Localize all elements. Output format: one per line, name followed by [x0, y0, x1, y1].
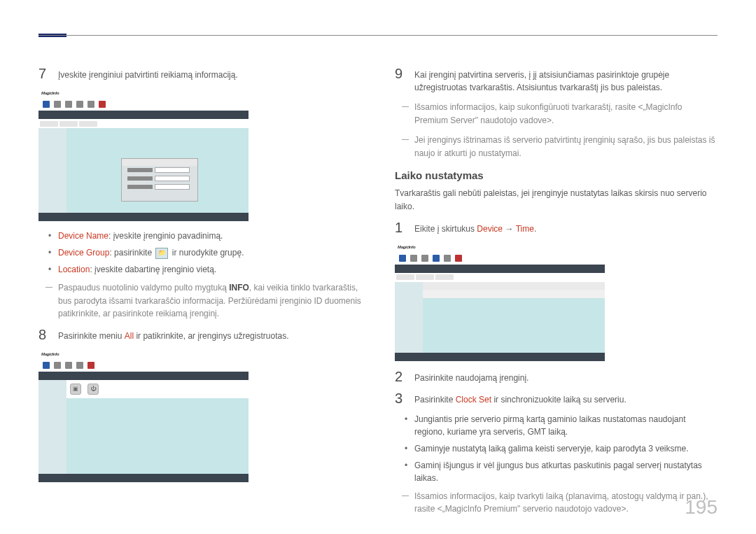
toolbar-icon	[399, 255, 406, 262]
step3-pre: Pasirinkite	[414, 395, 456, 405]
step-text: Pasirinkite Clock Set ir sinchronizuokit…	[414, 391, 718, 406]
step-7: 7 Įveskite įrenginiui patvirtinti reikia…	[38, 66, 361, 81]
sidebar	[395, 282, 423, 355]
step-number: 1	[395, 220, 406, 234]
sidebar	[38, 380, 66, 475]
bullet-location: Location: įveskite dabartinę įrenginio v…	[58, 263, 361, 276]
footer-bar	[38, 474, 248, 482]
app-logo: MagicInfo	[398, 245, 415, 249]
device-tile: ▣	[70, 384, 81, 395]
toolbar-icon	[76, 362, 83, 369]
small-button	[396, 274, 414, 280]
tabbar	[395, 265, 605, 273]
step-8: 8 Pasirinkite meniu All ir patikrinkite,…	[38, 328, 361, 342]
footer-bar	[38, 213, 248, 221]
section-intro: Tvarkaraštis gali nebūti paleistas, jei …	[395, 187, 718, 213]
step-text: Pasirinkite meniu All ir patikrinkite, a…	[58, 328, 361, 342]
screenshot-time-settings: MagicInfo	[395, 242, 605, 361]
power-icon: ⏻	[88, 384, 99, 395]
toolbar-icon	[433, 255, 440, 262]
section-title-time: Laiko nustatymas	[395, 169, 718, 181]
toolbar-icon	[455, 255, 462, 262]
app-logo: MagicInfo	[41, 352, 59, 356]
step-1: 1 Eikite į skirtukus Device → Time.	[395, 220, 718, 235]
step-number: 2	[395, 370, 406, 384]
toolbar-icon	[54, 362, 61, 369]
field-label: Location	[58, 265, 90, 274]
step-text: Pasirinkite naudojamą įrenginį.	[414, 370, 718, 384]
page-number: 195	[685, 496, 718, 519]
bullet-device-group: Device Group: pasirinkite 📁 ir nurodykit…	[58, 246, 361, 259]
clock-set: Clock Set	[456, 395, 491, 405]
toolbar-icon	[76, 101, 83, 108]
field-desc: : įveskite dabartinę įrenginio vietą.	[90, 265, 216, 274]
small-button	[79, 121, 97, 127]
main-panel	[66, 128, 248, 215]
step-number: 9	[395, 66, 406, 80]
small-button	[59, 121, 78, 127]
menu-all: All	[125, 331, 134, 341]
folder-icon: 📁	[155, 248, 168, 259]
screenshot-device-list: MagicInfo ▣ ⏻	[38, 349, 248, 482]
content-area	[66, 398, 248, 475]
note-pre: Paspaudus nuotolinio valdymo pulto mygtu…	[58, 283, 229, 293]
step3-post: ir sinchronizuokite laiką su serveriu.	[491, 395, 626, 405]
step-number: 3	[395, 391, 406, 405]
arrow: →	[503, 224, 516, 234]
toolbar-icon	[99, 101, 106, 108]
toolbar-icon	[444, 255, 451, 262]
toolbar-icon	[54, 101, 61, 108]
time-bullets: Jungiantis prie serverio pirmą kartą gam…	[395, 413, 718, 484]
screenshot-device-approve: MagicInfo	[38, 88, 248, 221]
toolbar-icon	[43, 101, 50, 108]
field-bullets: Device Name: įveskite įrenginio pavadini…	[38, 230, 361, 276]
step-number: 8	[38, 328, 50, 342]
field-label: Device Name	[58, 231, 108, 241]
horizontal-rule	[38, 35, 718, 36]
step-3: 3 Pasirinkite Clock Set ir sinchronizuok…	[395, 391, 718, 406]
field-desc-tail: ir nurodykite grupę.	[169, 248, 244, 258]
note-device-deleted: Jei įrenginys ištrinamas iš serverio pat…	[395, 134, 718, 160]
small-button	[40, 121, 58, 127]
step-number: 7	[38, 66, 50, 80]
bullet-change-server: Gaminyje nustatytą laiką galima keisti s…	[414, 442, 718, 455]
toolbar-icon	[65, 101, 72, 108]
toolbar-icon	[43, 362, 50, 369]
toolbar-icon	[65, 362, 72, 369]
step-2: 2 Pasirinkite naudojamą įrenginį.	[395, 370, 718, 384]
field-label: Device Group	[58, 248, 109, 258]
step-text: Įveskite įrenginiui patvirtinti reikiamą…	[58, 66, 361, 81]
note-time-manage: Išsamios informacijos, kaip tvarkyti lai…	[395, 490, 718, 516]
left-column: 7 Įveskite įrenginiui patvirtinti reikia…	[38, 66, 361, 523]
step8-pre: Pasirinkite meniu	[58, 331, 125, 341]
field-desc: : įveskite įrenginio pavadinimą.	[108, 231, 223, 241]
list-row	[423, 290, 605, 298]
bullet-restore-time: Gaminį išjungus ir vėl įjungus bus atkur…	[414, 459, 718, 484]
right-column: 9 Kai įrenginį patvirtina serveris, į jį…	[395, 66, 718, 523]
toolbar-icon	[88, 101, 94, 108]
content-area	[423, 298, 605, 355]
toolbar-icon	[88, 362, 94, 369]
tab-time: Time	[516, 224, 534, 234]
bullet-device-name: Device Name: įveskite įrenginio pavadini…	[58, 230, 361, 242]
approve-dialog	[121, 158, 198, 202]
small-button	[416, 274, 434, 280]
footer-bar	[395, 353, 605, 361]
field-desc: : pasirinkite	[109, 248, 154, 258]
toolbar-icon	[421, 255, 428, 262]
sidebar	[38, 128, 66, 215]
small-button	[435, 274, 454, 280]
step1-post: .	[534, 224, 536, 234]
tabbar	[38, 111, 248, 119]
step-text: Kai įrenginį patvirtina serveris, į jį a…	[414, 66, 718, 94]
tabbar	[38, 372, 248, 380]
step-9: 9 Kai įrenginį patvirtina serveris, į jį…	[395, 66, 718, 94]
tab-device: Device	[477, 224, 503, 234]
info-note: Paspaudus nuotolinio valdymo pulto mygtu…	[38, 281, 361, 321]
step8-post: ir patikrinkite, ar įrenginys užregistru…	[134, 331, 288, 341]
list-header	[423, 282, 605, 290]
info-button-name: INFO	[229, 283, 249, 293]
bullet-gmt: Jungiantis prie serverio pirmą kartą gam…	[414, 413, 718, 438]
app-logo: MagicInfo	[41, 91, 59, 95]
step1-pre: Eikite į skirtukus	[414, 224, 477, 234]
